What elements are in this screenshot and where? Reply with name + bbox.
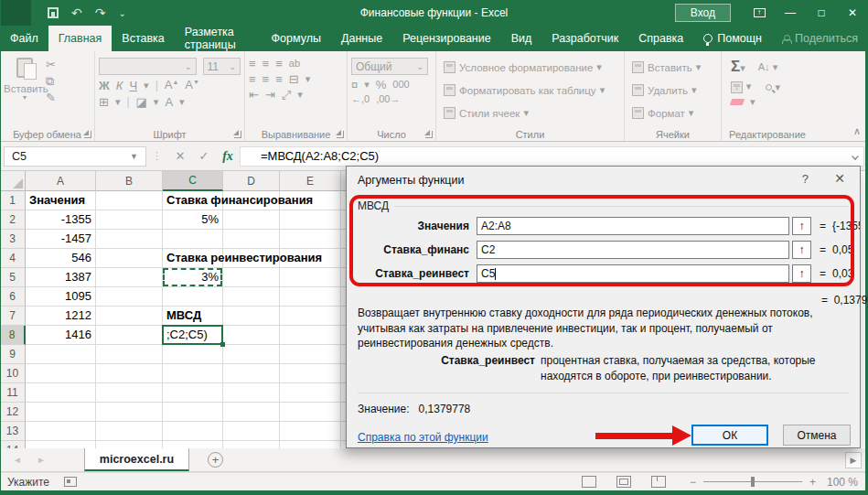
cell-B2[interactable] xyxy=(96,210,163,230)
bold-button[interactable]: Ж xyxy=(99,80,110,91)
copy-icon[interactable]: ⧉ xyxy=(46,75,56,87)
new-sheet-button[interactable]: + xyxy=(208,452,223,468)
format-painter-icon[interactable]: ✎ xyxy=(46,91,56,103)
row-header-10[interactable]: 10 xyxy=(0,364,26,383)
column-header-C[interactable]: C xyxy=(163,171,223,191)
orientation-button[interactable]: ⤢ xyxy=(282,89,291,101)
cell-styles-button[interactable]: Стили ячеек▾ xyxy=(444,103,620,123)
page-layout-view-button[interactable] xyxy=(616,476,631,488)
cell-A10[interactable] xyxy=(26,364,96,383)
underline-button[interactable]: Ч xyxy=(129,80,137,91)
cell-B14[interactable] xyxy=(96,441,163,448)
align-middle-icon[interactable]: ≡ xyxy=(263,58,270,70)
find-select-button[interactable]: ▾ xyxy=(766,81,780,93)
cell-E13[interactable] xyxy=(280,422,341,441)
align-right-icon[interactable]: ≡ xyxy=(275,73,283,85)
cell-D3[interactable] xyxy=(223,230,280,249)
row-header-5[interactable]: 5 xyxy=(0,268,26,287)
row-header-2[interactable]: 2 xyxy=(0,210,26,230)
excel-app-icon[interactable] xyxy=(0,0,31,26)
cell-E12[interactable] xyxy=(280,403,341,422)
cell-D12[interactable] xyxy=(223,403,280,422)
undo-icon[interactable]: ↶ xyxy=(71,5,82,20)
cell-E5[interactable] xyxy=(280,268,341,287)
insert-cells-button[interactable]: Вставить▾ xyxy=(632,58,717,77)
column-header-D[interactable]: D xyxy=(223,171,280,191)
shrink-font-button[interactable]: А▼ xyxy=(185,79,199,91)
cell-C8[interactable]: ;C2;C5) xyxy=(163,326,223,345)
cell-B5[interactable] xyxy=(96,268,163,287)
tab-formulas[interactable]: Формулы xyxy=(262,26,331,51)
ribbon-display-options-button[interactable]: ↑ xyxy=(744,0,775,26)
sign-in-button[interactable]: Вход xyxy=(675,4,731,22)
tell-me-box[interactable]: Помощн xyxy=(693,26,772,51)
number-dialog-launcher[interactable] xyxy=(425,131,433,138)
cell-C5[interactable]: 3% xyxy=(163,268,223,287)
fill-color-button[interactable]: ◪ xyxy=(136,96,147,108)
cell-D9[interactable] xyxy=(223,345,280,364)
cell-B3[interactable] xyxy=(96,230,163,249)
tab-insert[interactable]: Вставка xyxy=(112,26,174,51)
paste-button[interactable]: Вставить ▾ xyxy=(4,54,46,103)
cell-B8[interactable] xyxy=(96,326,163,345)
cell-D7[interactable] xyxy=(223,307,280,326)
collapse-ribbon-button[interactable]: ∧ xyxy=(853,125,861,137)
cell-C7[interactable]: МВСД xyxy=(163,307,223,326)
sort-filter-button[interactable]: А↓ ▾ xyxy=(758,62,777,72)
row-header-11[interactable]: 11 xyxy=(0,383,26,403)
cancel-entry-button[interactable]: ✕ xyxy=(168,149,192,163)
cell-A8[interactable]: 1416 xyxy=(26,326,96,345)
range-select-icon[interactable]: ↑ xyxy=(792,241,811,259)
cell-E11[interactable] xyxy=(280,383,341,403)
tab-home[interactable]: Главная xyxy=(48,26,113,51)
format-cells-button[interactable]: Формат▾ xyxy=(632,103,717,123)
zoom-level[interactable]: 100 % xyxy=(827,476,858,489)
zoom-out-button[interactable]: − xyxy=(690,476,696,489)
reinvest-rate-input[interactable]: C5 xyxy=(477,264,789,283)
cell-C1[interactable]: Ставка финансирования xyxy=(163,191,223,210)
column-header-E[interactable]: E xyxy=(280,171,341,191)
cell-A9[interactable] xyxy=(26,345,96,364)
conditional-formatting-button[interactable]: Условное форматирование▾ xyxy=(444,58,620,77)
font-size-select[interactable]: 11⌄ xyxy=(203,58,241,75)
macro-record-button[interactable] xyxy=(64,477,77,487)
tab-developer[interactable]: Разработчик xyxy=(541,26,628,51)
row-header-1[interactable]: 1 xyxy=(0,191,26,210)
cell-C10[interactable] xyxy=(163,364,223,383)
cell-E9[interactable] xyxy=(280,345,341,364)
percent-style-icon[interactable]: % xyxy=(376,79,387,91)
align-left-icon[interactable]: ≡ xyxy=(249,73,256,85)
cell-A6[interactable]: 1095 xyxy=(26,287,96,307)
tab-file[interactable]: Файл xyxy=(0,26,48,51)
cell-B1[interactable] xyxy=(96,191,163,210)
next-sheet-icon[interactable]: ► xyxy=(37,455,46,465)
row-header-14[interactable]: 14 xyxy=(0,441,26,448)
save-icon[interactable] xyxy=(48,7,59,18)
cell-B4[interactable] xyxy=(96,249,163,268)
cell-B9[interactable] xyxy=(96,345,163,364)
cell-C4[interactable]: Ставка реинвестирования xyxy=(163,249,223,268)
cell-E2[interactable] xyxy=(280,210,341,230)
decrease-decimal-icon[interactable]: ,00→ xyxy=(376,94,400,104)
cell-C9[interactable] xyxy=(163,345,223,364)
cell-D11[interactable] xyxy=(223,383,280,403)
cell-D2[interactable] xyxy=(223,210,280,230)
delete-cells-button[interactable]: Удалить▾ xyxy=(632,81,717,100)
wrap-text-button[interactable]: ab xyxy=(289,59,300,69)
grow-font-button[interactable]: А▲ xyxy=(165,79,179,91)
range-select-icon[interactable]: ↑ xyxy=(792,264,811,283)
row-header-13[interactable]: 13 xyxy=(0,422,26,441)
cell-A7[interactable]: 1212 xyxy=(26,307,96,326)
normal-view-button[interactable] xyxy=(582,476,596,488)
fill-button[interactable]: ↓ ▾ xyxy=(731,80,751,93)
cell-C2[interactable]: 5% xyxy=(163,210,223,230)
autosum-button[interactable]: Σ▾ xyxy=(731,58,745,76)
italic-button[interactable]: К xyxy=(116,80,123,91)
cell-E6[interactable] xyxy=(280,287,341,307)
row-header-12[interactable]: 12 xyxy=(0,403,26,422)
cell-B10[interactable] xyxy=(96,364,163,383)
dialog-close-icon[interactable]: ✕ xyxy=(834,171,845,186)
cell-A1[interactable]: Значения xyxy=(26,191,96,210)
zoom-in-button[interactable]: + xyxy=(809,476,816,489)
zoom-slider[interactable] xyxy=(703,481,802,482)
